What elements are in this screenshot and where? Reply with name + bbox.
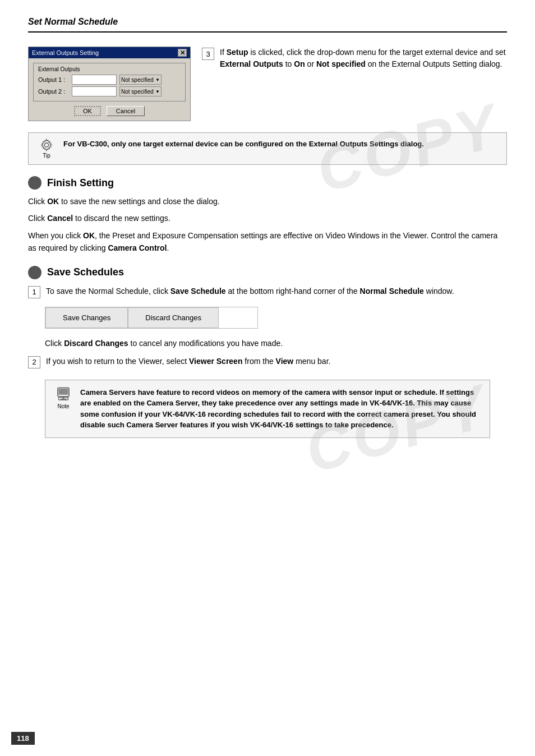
output1-label: Output 1 : [38, 76, 69, 83]
step3-number: 3 [206, 50, 210, 58]
svg-point-0 [44, 143, 48, 147]
step1-badge: 1 [28, 286, 40, 298]
dialog-body: External Outputs Output 1 : Not specifie… [29, 58, 190, 121]
svg-point-6 [67, 398, 68, 399]
output2-input[interactable] [72, 86, 117, 96]
dialog-titlebar: External Outputs Setting ✕ [29, 47, 190, 58]
top-divider [28, 31, 507, 33]
discard-para: Click Discard Changes to cancel any modi… [45, 337, 507, 349]
tip-box: Tip For VB-C300, only one target externa… [28, 132, 507, 165]
finish-setting-header: Finish Setting [28, 176, 507, 190]
save-changes-button[interactable]: Save Changes [45, 307, 128, 328]
finish-para2: Click Cancel to discard the new settings… [28, 212, 507, 224]
step1-row: 1 To save the Normal Schedule, click Sav… [28, 285, 507, 298]
output1-input[interactable] [72, 75, 117, 85]
note-label: Note [57, 403, 69, 409]
discard-changes-button[interactable]: Discard Changes [128, 307, 219, 328]
output2-label: Output 2 : [38, 88, 69, 95]
step2-number: 2 [32, 358, 36, 366]
dropdown2-arrow-icon: ▼ [155, 89, 160, 94]
finish-para1: Click OK to save the new settings and cl… [28, 195, 507, 208]
tip-text: For VB-C300, only one target external de… [63, 139, 424, 150]
finish-para3: When you click OK, the Preset and Exposu… [28, 229, 507, 255]
dialog-ok-button[interactable]: OK [74, 106, 101, 116]
output1-select-value: Not specified [121, 77, 154, 83]
dialog-output2-row: Output 2 : Not specified ▼ [38, 86, 181, 96]
finish-setting-title: Finish Setting [47, 177, 114, 189]
dropdown-arrow-icon: ▼ [155, 77, 160, 82]
buttons-screenshot: Save Changes Discard Changes [45, 307, 258, 329]
step3-section: External Outputs Setting ✕ External Outp… [28, 47, 507, 121]
step3-text-area: 3 If Setup is clicked, click the drop-do… [202, 47, 507, 70]
note-box: Note Camera Servers have feature to reco… [45, 380, 490, 438]
note-text: Camera Servers have feature to record vi… [80, 387, 482, 431]
dialog-group-label: External Outputs [38, 66, 181, 72]
step2-text: If you wish to return to the Viewer, sel… [46, 355, 330, 367]
finish-section-circle [28, 176, 41, 190]
step1-text: To save the Normal Schedule, click Save … [46, 285, 454, 297]
output1-select[interactable]: Not specified ▼ [119, 75, 162, 85]
save-section-circle [28, 266, 41, 279]
svg-rect-2 [59, 389, 68, 395]
dialog-title: External Outputs Setting [32, 49, 99, 56]
step2-row: 2 If you wish to return to the Viewer, s… [28, 355, 507, 368]
close-x-icon: ✕ [180, 49, 185, 57]
tip-label: Tip [43, 153, 50, 159]
dialog-buttons: OK Cancel [33, 106, 186, 116]
step3-badge: 3 [202, 48, 214, 60]
tip-icon-container: Tip [36, 139, 57, 159]
dialog-close-button[interactable]: ✕ [178, 49, 187, 57]
step2-badge: 2 [28, 356, 40, 368]
dialog-output1-row: Output 1 : Not specified ▼ [38, 75, 181, 85]
step3-text: If Setup is clicked, click the drop-down… [220, 47, 507, 70]
page-title: Set Normal Schedule [28, 17, 507, 27]
note-icon [55, 387, 72, 402]
output2-select[interactable]: Not specified ▼ [119, 86, 162, 96]
gear-icon [38, 139, 56, 151]
note-icon-container: Note [53, 387, 73, 409]
save-schedules-title: Save Schedules [47, 266, 124, 278]
dialog-screenshot: External Outputs Setting ✕ External Outp… [28, 47, 191, 121]
page-number: 118 [11, 732, 35, 745]
step1-number: 1 [32, 288, 36, 296]
save-schedules-header: Save Schedules [28, 266, 507, 279]
dialog-group: External Outputs Output 1 : Not specifie… [33, 63, 186, 102]
dialog-cancel-button[interactable]: Cancel [107, 106, 145, 116]
output2-select-value: Not specified [121, 89, 154, 95]
